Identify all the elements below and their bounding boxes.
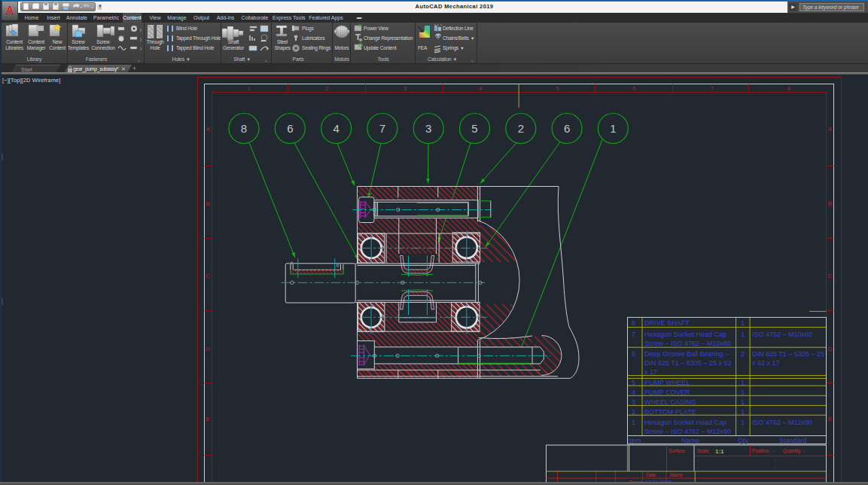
svg-text:Item: Item	[628, 437, 641, 444]
svg-text:Name: Name	[670, 472, 683, 477]
svg-text:8: 8	[787, 85, 791, 92]
svg-text:1:1: 1:1	[715, 448, 724, 455]
svg-text:A: A	[828, 126, 833, 133]
svg-text:1: 1	[741, 331, 745, 338]
svg-text:6: 6	[632, 350, 635, 358]
svg-text:2: 2	[632, 408, 635, 416]
svg-text:4: 4	[333, 122, 339, 135]
svg-text:A: A	[206, 126, 211, 133]
svg-text:PUMP WHEEL: PUMP WHEEL	[644, 379, 690, 386]
svg-text:3: 3	[425, 122, 431, 135]
svg-text:PUMP COVER: PUMP COVER	[644, 389, 690, 396]
svg-text:-: -	[697, 456, 699, 463]
svg-text:-: -	[774, 464, 776, 471]
svg-text:E: E	[828, 416, 832, 422]
svg-text:D: D	[828, 346, 833, 352]
svg-text:Surface: Surface	[669, 448, 685, 453]
svg-text:Name: Name	[681, 437, 699, 444]
svg-text:6: 6	[564, 122, 570, 135]
svg-text:1: 1	[741, 379, 745, 386]
svg-text:4: 4	[479, 85, 483, 92]
svg-text:Qty: Qty	[738, 437, 749, 444]
svg-text:WHEEL CASING: WHEEL CASING	[644, 398, 696, 406]
svg-text:BOTTOM PLATE: BOTTOM PLATE	[644, 408, 696, 416]
svg-text:Quantity: Quantity	[783, 448, 801, 454]
svg-text:–: –	[772, 447, 776, 454]
svg-text:8: 8	[241, 122, 247, 135]
svg-text:7: 7	[711, 85, 714, 92]
svg-text:2: 2	[741, 350, 745, 358]
svg-text:Hexagon Socket Head Cap: Hexagon Socket Head Cap	[644, 331, 726, 338]
svg-text:x 17: x 17	[644, 368, 657, 376]
svg-text:Scale: Scale	[697, 448, 709, 453]
svg-text:DIN 625 T1 – 6305 – 25: DIN 625 T1 – 6305 – 25	[752, 350, 824, 358]
svg-text:1: 1	[741, 398, 745, 406]
svg-text:1: 1	[741, 408, 745, 416]
svg-text:6: 6	[287, 122, 293, 135]
svg-text:7: 7	[632, 331, 635, 338]
svg-text:B: B	[206, 200, 210, 207]
svg-text:1: 1	[741, 319, 745, 327]
svg-text:6: 6	[632, 85, 636, 92]
svg-text:Screw – ISO 4762 – M12x90: Screw – ISO 4762 – M12x90	[644, 428, 731, 435]
svg-text:E: E	[206, 416, 210, 422]
svg-text:C: C	[206, 273, 210, 279]
svg-text:DRIVE SHAFT: DRIVE SHAFT	[644, 319, 690, 327]
svg-text:Standard: Standard	[779, 437, 807, 444]
svg-text:3: 3	[403, 85, 407, 92]
svg-text:3: 3	[632, 398, 635, 406]
svg-text:8: 8	[632, 319, 635, 327]
svg-text:B: B	[828, 200, 832, 207]
svg-text:1: 1	[610, 122, 616, 135]
svg-text:DIN 625 T1 – 6305 – 25 x 62: DIN 625 T1 – 6305 – 25 x 62	[644, 359, 731, 367]
svg-text:Deep Groove Ball Bearing –: Deep Groove Ball Bearing –	[644, 350, 729, 358]
svg-text:5: 5	[632, 379, 635, 386]
svg-text:-: -	[697, 464, 699, 471]
svg-text:Hexagon Socket Head Cap: Hexagon Socket Head Cap	[644, 419, 726, 426]
svg-text:Date: Date	[646, 472, 656, 477]
svg-text:Screw – ISO 4762 – M10x60: Screw – ISO 4762 – M10x60	[644, 340, 731, 347]
svg-text:Position: Position	[752, 448, 769, 453]
svg-text:2: 2	[325, 85, 329, 92]
svg-text:x 62 x 17: x 62 x 17	[752, 359, 780, 367]
svg-text:1: 1	[247, 85, 251, 92]
svg-text:1: 1	[741, 419, 745, 426]
svg-text:5: 5	[556, 85, 559, 92]
svg-text:2: 2	[518, 122, 524, 135]
svg-text:-: -	[774, 456, 776, 463]
svg-text:ISO 4762 – M10x60: ISO 4762 – M10x60	[752, 331, 812, 338]
svg-text:D: D	[206, 346, 210, 352]
svg-text:1: 1	[741, 389, 745, 396]
svg-text:5: 5	[471, 122, 477, 135]
svg-text:7: 7	[379, 122, 385, 135]
svg-text:–: –	[803, 447, 806, 454]
svg-text:C: C	[828, 273, 833, 279]
svg-text:4: 4	[632, 389, 635, 396]
svg-text:ISO 4762 – M12x90: ISO 4762 – M12x90	[752, 419, 812, 426]
svg-text:1: 1	[632, 419, 635, 426]
